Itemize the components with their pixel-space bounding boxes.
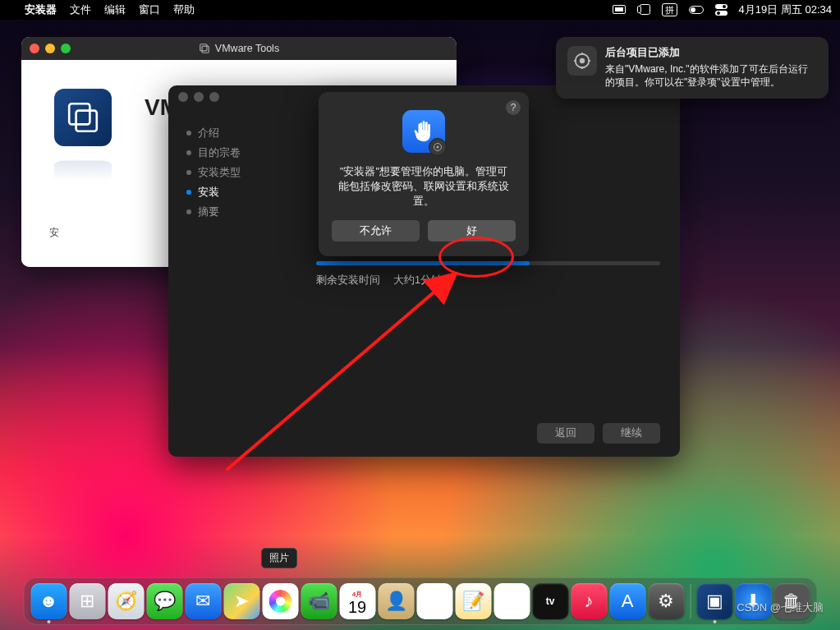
svg-rect-13 — [76, 111, 97, 131]
dock-app-notes[interactable]: 📝 — [455, 583, 491, 619]
display-icon[interactable] — [613, 5, 626, 15]
close-button[interactable] — [30, 44, 39, 53]
dock-tooltip: 照片 — [261, 548, 297, 568]
minimize-button[interactable] — [194, 92, 204, 102]
vmware-title-icon — [199, 43, 210, 54]
maximize-button[interactable] — [209, 92, 219, 102]
control-center-icon[interactable] — [715, 4, 728, 16]
dock-app-contacts[interactable]: 👤 — [378, 583, 414, 619]
dock-app-mail[interactable]: ✉ — [185, 583, 221, 619]
back-button: 返回 — [537, 423, 594, 444]
permission-dialog: ? "安装器"想要管理你的电脑。管理可能包括修改密码、联网设置和系统设置。 不允… — [319, 92, 529, 256]
progress-label: 剩余安装时间 — [316, 274, 380, 287]
notification-banner[interactable]: 后台项目已添加 来自"VMware, Inc."的软件添加了可在后台运行的项目。… — [556, 37, 829, 99]
vmware-caption: 安 — [49, 226, 59, 240]
dock-app-freeform[interactable]: 〰 — [493, 583, 530, 619]
deny-button[interactable]: 不允许 — [332, 220, 420, 241]
dock-app-finder[interactable]: ☻ — [30, 583, 67, 619]
dialog-message: "安装器"想要管理你的电脑。管理可能包括修改密码、联网设置和系统设置。 — [332, 164, 516, 220]
settings-icon — [567, 46, 597, 76]
svg-rect-11 — [202, 46, 209, 53]
dock-app-photos[interactable] — [262, 583, 298, 619]
dock-app-messages[interactable]: 💬 — [146, 583, 182, 619]
dock-app-tv[interactable]: tv — [532, 583, 568, 619]
menubar: 安装器 文件 编辑 窗口 帮助 拼 4月19日 周五 02:34 — [0, 0, 840, 20]
menu-file[interactable]: 文件 — [70, 2, 91, 17]
menubar-datetime[interactable]: 4月19日 周五 02:34 — [739, 2, 832, 17]
dock: ☻⊞🧭💬✉➤📹4月19👤☰📝〰tv♪A⚙▣⬇🗑 — [23, 577, 817, 625]
installer-step: 目的宗卷 — [186, 143, 300, 163]
svg-rect-2 — [640, 5, 650, 15]
svg-point-5 — [691, 7, 695, 12]
menu-help[interactable]: 帮助 — [173, 2, 195, 17]
dock-app-launchpad[interactable]: ⊞ — [69, 583, 105, 619]
dock-app-music[interactable]: ♪ — [571, 583, 607, 619]
svg-rect-12 — [69, 103, 90, 124]
switch-icon[interactable] — [689, 6, 704, 14]
notification-body: 来自"VMware, Inc."的软件添加了可在后台运行的项目。你可以在"登录项… — [605, 62, 817, 90]
svg-point-15 — [437, 146, 439, 149]
app-menu[interactable]: 安装器 — [25, 2, 57, 17]
menu-edit[interactable]: 编辑 — [104, 2, 126, 17]
svg-rect-10 — [200, 44, 207, 51]
dock-app-safari[interactable]: 🧭 — [108, 583, 144, 619]
settings-badge-icon — [429, 138, 447, 156]
maximize-button[interactable] — [61, 44, 71, 53]
svg-point-8 — [723, 5, 726, 8]
vmware-titlebar: VMware Tools — [21, 37, 457, 60]
notification-title: 后台项目已添加 — [605, 46, 817, 61]
installer-traffic-lights — [178, 92, 219, 102]
close-button[interactable] — [178, 92, 188, 102]
svg-point-9 — [717, 11, 720, 15]
menu-window[interactable]: 窗口 — [139, 2, 160, 17]
dock-separator — [690, 584, 691, 619]
svg-rect-3 — [637, 7, 640, 13]
dock-app-installer-dock[interactable]: ▣ — [696, 583, 732, 619]
dock-app-settings[interactable]: ⚙ — [648, 583, 684, 619]
installer-step: 安装 — [186, 182, 300, 202]
installer-step: 摘要 — [186, 202, 300, 222]
input-method-indicator[interactable]: 拼 — [662, 3, 677, 16]
dock-app-maps[interactable]: ➤ — [223, 583, 259, 619]
installer-steps-sidebar: 介绍目的宗卷安装类型安装摘要 — [168, 108, 308, 457]
install-progress-bar — [316, 261, 660, 265]
dock-app-facetime[interactable]: 📹 — [301, 583, 337, 619]
minimize-button[interactable] — [45, 44, 55, 53]
svg-rect-1 — [615, 7, 623, 11]
progress-value: 大约1分钟 — [393, 274, 442, 287]
watermark: CSDN @七维大脑 — [737, 600, 824, 615]
dock-app-appstore[interactable]: A — [609, 583, 645, 619]
continue-button: 继续 — [603, 423, 660, 444]
dock-app-calendar[interactable]: 4月19 — [339, 583, 375, 619]
allow-button[interactable]: 好 — [428, 220, 516, 241]
vmware-window-title: VMware Tools — [215, 43, 279, 54]
installer-step: 安装类型 — [186, 163, 300, 182]
dock-app-reminders[interactable]: ☰ — [416, 583, 452, 619]
vmware-app-icon — [54, 89, 112, 146]
svg-point-18 — [580, 58, 585, 63]
installer-step: 介绍 — [186, 123, 300, 143]
stage-manager-icon[interactable] — [637, 4, 650, 16]
